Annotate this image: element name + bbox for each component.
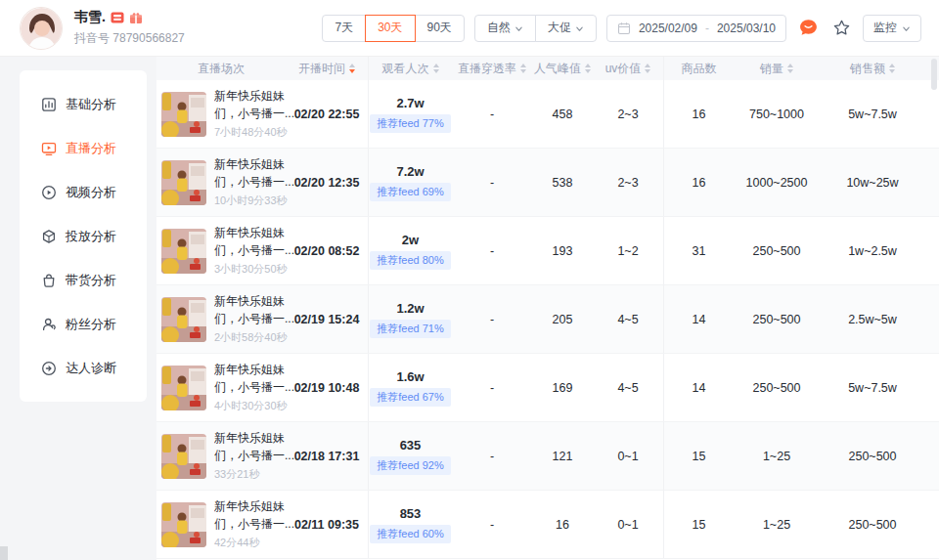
date-range-picker[interactable]: 2025/02/09 - 2025/03/10 [606, 15, 786, 42]
table-row[interactable]: 新年快乐姐妹们，小号播一... 10小时9分33秒 02/20 12:35 7.… [156, 149, 939, 217]
sort-carets-icon[interactable] [889, 64, 895, 73]
monitor-dropdown-button[interactable]: 监控 [863, 15, 921, 42]
cell-session: 新年快乐姐妹们，小号播一... 7小时48分40秒 [156, 80, 286, 148]
column-header-gmv[interactable]: 销售额 [820, 57, 939, 80]
feed-badge: 推荐feed 92% [370, 456, 450, 475]
live-title[interactable]: 新年快乐姐妹们，小号播一... [214, 156, 296, 191]
column-header-uv[interactable]: uv价值 [593, 57, 663, 80]
column-header-peak[interactable]: 人气峰值 [532, 57, 593, 80]
sales-value: 250~500 [752, 313, 800, 326]
live-cover-thumbnail[interactable] [161, 366, 206, 410]
live-cover-thumbnail[interactable] [161, 160, 206, 205]
cell-gmv: 5w~7.5w [820, 354, 939, 421]
uv-value: 4~5 [617, 313, 638, 326]
live-cover-thumbnail[interactable] [161, 92, 206, 137]
views-value: 2.7w [396, 96, 424, 110]
column-label: 开播时间 [298, 61, 345, 77]
avatar[interactable] [20, 7, 63, 50]
sidebar-item-ads[interactable]: 投放分析 [20, 214, 147, 258]
cell-session: 新年快乐姐妹们，小号播一... 2小时58分40秒 [156, 285, 286, 353]
products-value: 31 [693, 244, 706, 258]
cell-uv: 2~3 [593, 149, 663, 216]
sort-carets-icon[interactable] [433, 64, 439, 73]
table-row[interactable]: 新年快乐姐妹们，小号播一... 2小时58分40秒 02/19 15:24 1.… [156, 285, 939, 354]
monitor-label: 监控 [873, 20, 897, 36]
sidebar-item-basic[interactable]: 基础分析 [20, 82, 147, 126]
cell-gmv: 5w~7.5w [820, 80, 939, 148]
peak-value: 538 [553, 176, 573, 190]
cell-peak: 538 [532, 149, 593, 216]
compare-icon[interactable] [796, 17, 820, 40]
sidebar-item-label: 基础分析 [66, 96, 116, 113]
table-row[interactable]: 新年快乐姐妹们，小号播一... 42分44秒 02/11 09:35 853 推… [156, 491, 939, 559]
live-title[interactable]: 新年快乐姐妹们，小号播一... [214, 88, 296, 122]
sidebar-item-diagnosis[interactable]: 达人诊断 [20, 346, 147, 390]
sidebar-item-goods[interactable]: 带货分析 [20, 258, 147, 302]
mode-dropdown-1[interactable]: 大促 [535, 15, 597, 42]
column-header-sales[interactable]: 销量 [734, 57, 820, 80]
user-name: 韦雪. [74, 9, 106, 26]
products-value: 15 [693, 450, 706, 463]
favorite-star-icon[interactable] [829, 17, 853, 40]
live-title[interactable]: 新年快乐姐妹们，小号播一... [214, 225, 296, 259]
sort-carets-icon[interactable] [787, 64, 793, 73]
range-button-90天[interactable]: 90天 [415, 15, 465, 42]
feed-badge: 推荐feed 77% [370, 114, 450, 133]
cell-views: 2.7w 推荐feed 77% [368, 80, 452, 148]
live-cover-thumbnail[interactable] [161, 229, 206, 274]
sort-carets-icon[interactable] [585, 64, 591, 73]
penetration-value: - [490, 244, 494, 258]
live-cover-thumbnail[interactable] [161, 434, 206, 479]
live-duration: 33分21秒 [214, 467, 296, 482]
mode-filter-group: 自然大促 [474, 15, 597, 42]
start-time-value: 02/20 08:52 [294, 244, 360, 258]
ads-analysis-icon [41, 229, 57, 244]
live-cover-thumbnail[interactable] [161, 297, 206, 342]
left-gutter: 基础分析 直播分析 视频分析 投放分析 带货分析 粉丝分析 达人诊断 [0, 57, 156, 560]
live-title[interactable]: 新年快乐姐妹们，小号播一... [214, 430, 296, 464]
cell-start-time: 02/20 12:35 [286, 149, 368, 216]
cell-uv: 2~3 [593, 80, 663, 148]
sidebar-item-video[interactable]: 视频分析 [20, 170, 147, 214]
views-value: 1.6w [396, 369, 424, 384]
cell-session: 新年快乐姐妹们，小号播一... 33分21秒 [156, 422, 286, 490]
cell-sales: 1~25 [734, 491, 820, 558]
range-button-30天[interactable]: 30天 [365, 15, 415, 42]
sidebar-item-label: 达人诊断 [66, 360, 116, 377]
sort-carets-icon[interactable] [520, 64, 526, 73]
sidebar-item-fans[interactable]: 粉丝分析 [20, 302, 147, 346]
gmv-value: 10w~25w [846, 176, 898, 190]
range-button-7天[interactable]: 7天 [322, 15, 366, 42]
live-title[interactable]: 新年快乐姐妹们，小号播一... [214, 293, 296, 327]
sales-value: 1~25 [763, 450, 790, 463]
sort-carets-icon[interactable] [645, 64, 650, 73]
column-label: 销售额 [850, 61, 885, 77]
cell-uv: 4~5 [593, 285, 663, 353]
scrollbar-thumb[interactable] [931, 59, 937, 90]
table-row[interactable]: 新年快乐姐妹们，小号播一... 33分21秒 02/18 17:31 635 推… [156, 422, 939, 491]
column-header-start_time[interactable]: 开播时间 [286, 57, 368, 80]
cell-products: 14 [663, 354, 734, 421]
table-row[interactable]: 新年快乐姐妹们，小号播一... 4小时30分30秒 02/19 10:48 1.… [156, 354, 939, 422]
column-label: 直播场次 [198, 61, 245, 77]
cell-uv: 4~5 [593, 354, 663, 421]
cell-products: 15 [663, 491, 734, 558]
table-row[interactable]: 新年快乐姐妹们，小号播一... 7小时48分40秒 02/20 22:55 2.… [156, 80, 939, 149]
cell-views: 7.2w 推荐feed 69% [368, 149, 452, 216]
cell-products: 16 [663, 80, 734, 148]
cell-products: 31 [663, 217, 734, 284]
table-row[interactable]: 新年快乐姐妹们，小号播一... 3小时30分50秒 02/20 08:52 2w… [156, 217, 939, 285]
live-title[interactable]: 新年快乐姐妹们，小号播一... [214, 498, 296, 533]
cell-gmv: 250~500 [820, 422, 939, 490]
button-label: 30天 [378, 20, 402, 36]
sort-carets-icon[interactable] [349, 64, 355, 73]
sidebar-item-label: 直播分析 [66, 140, 116, 157]
column-header-penetration[interactable]: 直播穿透率 [452, 57, 532, 80]
sidebar-item-live[interactable]: 直播分析 [20, 126, 147, 170]
live-title[interactable]: 新年快乐姐妹们，小号播一... [214, 362, 296, 396]
mode-dropdown-0[interactable]: 自然 [474, 15, 536, 42]
column-header-views[interactable]: 观看人次 [368, 57, 452, 80]
live-cover-thumbnail[interactable] [161, 502, 206, 547]
uv-value: 0~1 [617, 518, 638, 532]
cell-start-time: 02/18 17:31 [286, 422, 368, 490]
